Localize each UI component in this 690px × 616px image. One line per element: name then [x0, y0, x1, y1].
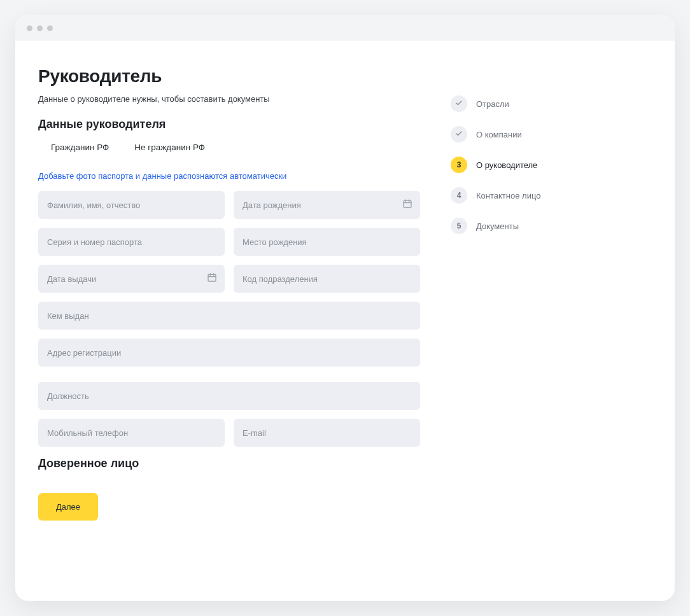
issue-date-input[interactable]	[38, 265, 225, 293]
next-button[interactable]: Далее	[38, 493, 98, 521]
check-icon	[455, 99, 463, 109]
step-label: Контактное лицо	[476, 191, 540, 200]
step-contact-person[interactable]: 4 Контактное лицо	[451, 187, 623, 204]
step-label: О руководителе	[476, 160, 537, 170]
step-about-company[interactable]: О компании	[451, 126, 623, 143]
browser-titlebar	[15, 15, 675, 41]
email-input[interactable]	[234, 419, 420, 447]
main-column: Руководитель Данные о руководителе нужны…	[38, 66, 420, 578]
phone-input[interactable]	[38, 419, 225, 447]
dob-input[interactable]	[234, 191, 420, 219]
step-about-leader[interactable]: 3 О руководителе	[451, 157, 623, 173]
reg-address-input[interactable]	[38, 339, 420, 367]
page-title: Руководитель	[38, 66, 420, 87]
step-label: Отрасли	[476, 99, 509, 109]
tab-citizen-rf[interactable]: Гражданин РФ	[51, 143, 109, 152]
tab-non-citizen-rf[interactable]: Не гражданин РФ	[134, 143, 205, 152]
browser-frame: Руководитель Данные о руководителе нужны…	[15, 15, 675, 601]
step-label: О компании	[476, 130, 522, 139]
step-circle-upcoming: 5	[451, 218, 467, 234]
upload-passport-link[interactable]: Добавьте фото паспорта и данные распозна…	[38, 171, 286, 181]
window-dot-icon	[47, 25, 53, 31]
passport-sn-input[interactable]	[38, 228, 225, 256]
section-heading-trusted-person: Доверенное лицо	[38, 457, 420, 470]
step-documents[interactable]: 5 Документы	[451, 218, 623, 234]
position-input[interactable]	[38, 382, 420, 410]
steps-sidebar: Отрасли О компании 3 О руководителе 4 Ко…	[451, 66, 623, 578]
step-label: Документы	[476, 221, 519, 231]
page-subtitle: Данные о руководителе нужны, чтобы соста…	[38, 94, 420, 104]
step-industries[interactable]: Отрасли	[451, 95, 623, 112]
step-circle-upcoming: 4	[451, 187, 467, 204]
check-icon	[455, 130, 463, 139]
fio-input[interactable]	[38, 191, 225, 219]
issued-by-input[interactable]	[38, 302, 420, 330]
page-content: Руководитель Данные о руководителе нужны…	[15, 41, 675, 601]
dept-code-input[interactable]	[234, 265, 420, 293]
step-circle-active: 3	[451, 157, 467, 173]
pob-input[interactable]	[234, 228, 420, 256]
citizenship-tabs: Гражданин РФ Не гражданин РФ	[38, 143, 420, 152]
section-heading-leader-data: Данные руководителя	[38, 118, 420, 131]
window-dot-icon	[27, 25, 32, 31]
window-dot-icon	[37, 25, 43, 31]
step-circle-done	[451, 95, 467, 112]
step-circle-done	[451, 126, 467, 143]
